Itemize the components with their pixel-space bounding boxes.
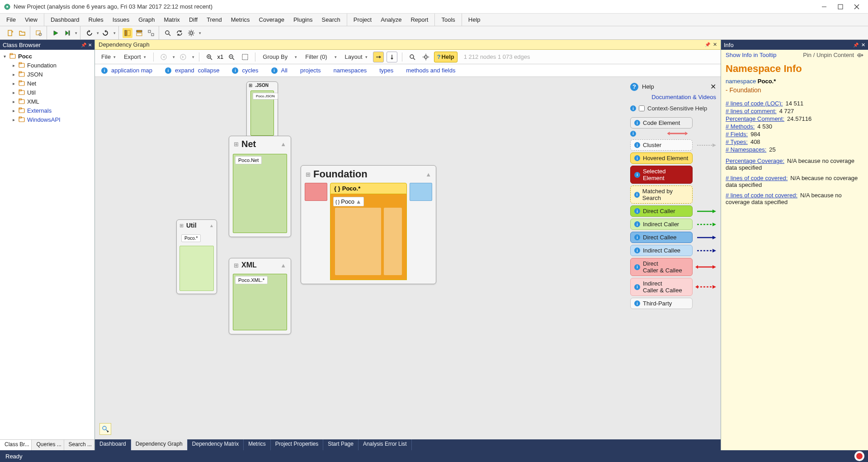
tb-search-icon[interactable] xyxy=(163,28,173,38)
nav-back-icon[interactable] xyxy=(158,52,169,62)
tree-item-windowsapi[interactable]: ▸ WindowsAPI xyxy=(9,115,94,124)
doc-videos-link[interactable]: Documentation & Videos xyxy=(630,94,716,100)
tab-dep-matrix[interactable]: Dependency Matrix xyxy=(188,439,244,450)
tb-layout1-icon[interactable] xyxy=(123,28,132,38)
zoom-in-icon[interactable] xyxy=(204,52,215,62)
link-collapse[interactable]: collapse xyxy=(198,67,220,74)
close-icon[interactable]: ✕ xyxy=(710,82,716,91)
coverage-label[interactable]: # lines of code not covered: xyxy=(726,192,797,199)
tb-layout3-icon[interactable] xyxy=(146,28,156,38)
close-icon[interactable]: ✕ xyxy=(861,42,865,48)
menu-plugins[interactable]: Plugins xyxy=(289,14,317,25)
menu-graph[interactable]: Graph xyxy=(134,14,159,25)
link-all[interactable]: All xyxy=(281,67,288,74)
menu-tools[interactable]: Tools xyxy=(437,14,459,25)
dep-file-menu[interactable]: File▾ xyxy=(99,52,118,62)
menu-diff[interactable]: Diff xyxy=(184,14,202,25)
zoom-cursor-icon[interactable] xyxy=(99,423,111,435)
menu-rules[interactable]: Rules xyxy=(84,14,108,25)
tb-layout2-icon[interactable] xyxy=(134,28,144,38)
maximize-button[interactable] xyxy=(836,3,844,11)
menu-help[interactable]: Help xyxy=(464,14,485,25)
tree-item-util[interactable]: ▸ Util xyxy=(9,88,94,97)
chevron-down-icon[interactable]: ▾ xyxy=(192,55,194,59)
tab-start-page[interactable]: Start Page xyxy=(323,439,359,450)
minimize-button[interactable] xyxy=(820,3,828,11)
tree-item-foundation[interactable]: ▸ Foundation xyxy=(9,61,94,70)
tb-back-icon[interactable] xyxy=(84,28,94,38)
menu-project[interactable]: Project xyxy=(349,14,376,25)
metric-label[interactable]: # Fields: xyxy=(726,131,748,138)
pin-icon[interactable]: 📌 xyxy=(705,42,710,47)
close-icon[interactable]: ✕ xyxy=(88,43,92,48)
menu-matrix[interactable]: Matrix xyxy=(159,14,184,25)
menu-report[interactable]: Report xyxy=(406,14,433,25)
tb-gear-icon[interactable] xyxy=(186,28,196,38)
zoom-fit-icon[interactable] xyxy=(240,52,250,62)
tb-forward-icon[interactable] xyxy=(101,28,111,38)
menu-trend[interactable]: Trend xyxy=(202,14,226,25)
link-projects[interactable]: projects xyxy=(300,67,321,74)
menu-dashboard[interactable]: Dashboard xyxy=(46,14,84,25)
tab-queries[interactable]: Queries ... xyxy=(32,440,64,450)
metric-label[interactable]: # Types: xyxy=(726,138,748,145)
layout-lr-icon[interactable] xyxy=(373,52,384,62)
dep-groupby-menu[interactable]: Group By▾ xyxy=(260,52,300,62)
metric-label[interactable]: # lines of comment: xyxy=(726,108,777,114)
tb-find-icon[interactable] xyxy=(34,28,44,38)
node-foundation[interactable]: ⊞Foundation▲ { }Poco.* { } Poco ▲ xyxy=(301,165,436,284)
gear-icon[interactable] xyxy=(420,52,431,62)
menu-issues[interactable]: Issues xyxy=(108,14,134,25)
search-icon[interactable] xyxy=(407,52,418,62)
menu-search[interactable]: Search xyxy=(317,14,345,25)
node-xml[interactable]: ⊞XML▲ Poco.XML.* xyxy=(229,258,291,334)
chevron-down-icon[interactable]: ▾ xyxy=(97,31,99,35)
tb-new-icon[interactable] xyxy=(5,28,15,38)
menu-analyze[interactable]: Analyze xyxy=(376,14,406,25)
metric-label[interactable]: # Methods: xyxy=(726,123,755,130)
tb-run-step-icon[interactable] xyxy=(62,28,72,38)
tab-project-props[interactable]: Project Properties xyxy=(271,439,323,450)
tree-item-externals[interactable]: ▸ Externals xyxy=(9,106,94,115)
link-methods[interactable]: methods and fields xyxy=(406,67,455,74)
chevron-down-icon[interactable]: ▾ xyxy=(75,31,77,35)
chevron-down-icon[interactable]: ▾ xyxy=(199,31,201,35)
tab-class-browser[interactable]: Class Br... xyxy=(0,440,32,450)
graph-canvas[interactable]: ⊞.JSON Poco.JSON ⊞Net▲ Poco.Net ⊞Util▲ P… xyxy=(95,77,721,439)
tree-root[interactable]: ▾ Pocc xyxy=(0,52,94,61)
chevron-down-icon[interactable]: ▾ xyxy=(173,55,175,59)
tree-item-xml[interactable]: ▸ XML xyxy=(9,97,94,106)
node-json[interactable]: ⊞.JSON Poco.JSON xyxy=(246,81,278,140)
tab-dashboard[interactable]: Dashboard xyxy=(95,439,131,450)
close-button[interactable] xyxy=(853,3,861,11)
tab-analysis-errors[interactable]: Analysis Error List xyxy=(359,439,412,450)
dep-layout-menu[interactable]: Layout▾ xyxy=(342,52,370,62)
link-appmap[interactable]: application map xyxy=(111,67,152,74)
help-button[interactable]: ?Help xyxy=(434,52,458,62)
chevron-down-icon[interactable]: ▾ xyxy=(113,31,116,35)
pin-icon[interactable]: 📌 xyxy=(81,43,86,48)
tab-dep-graph[interactable]: Dependency Graph xyxy=(131,439,188,450)
tooltip-link[interactable]: Show Info in Tooltip xyxy=(726,52,777,58)
dep-filter-menu[interactable]: Filter (0)▾ xyxy=(302,52,339,62)
tree-item-json[interactable]: ▸ JSON xyxy=(9,70,94,79)
node-net[interactable]: ⊞Net▲ Poco.Net xyxy=(229,136,291,237)
link-expand[interactable]: expand xyxy=(175,67,194,74)
node-util[interactable]: ⊞Util▲ Poco.* xyxy=(176,219,217,294)
tb-open-icon[interactable] xyxy=(17,28,27,38)
close-icon[interactable]: ✕ xyxy=(713,42,717,48)
coverage-label[interactable]: # lines of code covered: xyxy=(726,175,788,181)
zoom-out-icon[interactable] xyxy=(226,52,237,62)
pin-label[interactable]: Pin / Unpin Content xyxy=(803,52,854,58)
tab-metrics[interactable]: Metrics xyxy=(244,439,271,450)
link-namespaces[interactable]: namespaces xyxy=(334,67,367,74)
tree-item-net[interactable]: ▸ Net xyxy=(9,79,94,88)
tb-refresh-icon[interactable] xyxy=(175,28,184,38)
dep-export-menu[interactable]: Export▾ xyxy=(121,52,149,62)
menu-coverage[interactable]: Coverage xyxy=(255,14,289,25)
tab-search[interactable]: Search ... xyxy=(64,440,94,450)
menu-metrics[interactable]: Metrics xyxy=(226,14,255,25)
metric-label[interactable]: # lines of code (LOC): xyxy=(726,100,783,107)
pin-icon[interactable]: ⟴ xyxy=(857,52,863,58)
menu-file[interactable]: File xyxy=(2,14,20,25)
